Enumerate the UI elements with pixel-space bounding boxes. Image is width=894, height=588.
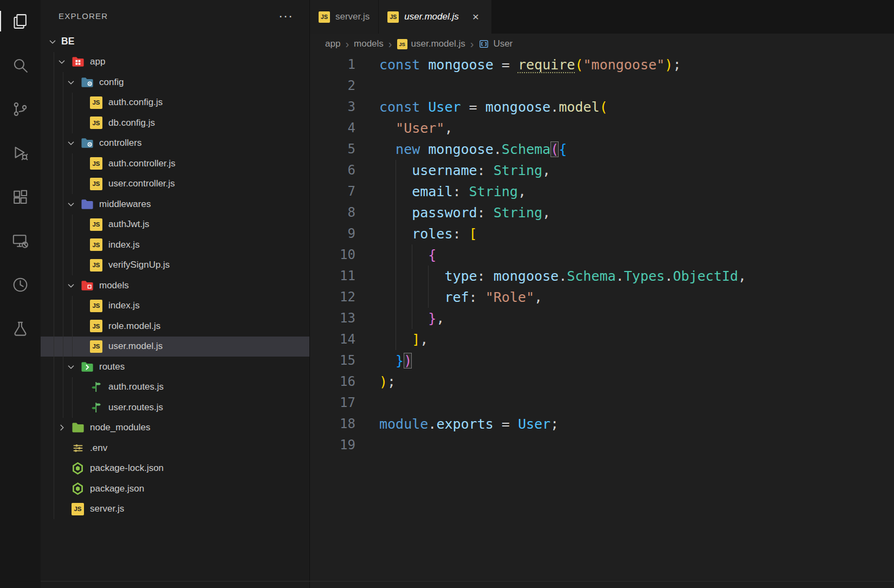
- code-line[interactable]: 5new mongoose.Schema({: [310, 139, 894, 160]
- chevron-down-icon[interactable]: [56, 56, 70, 67]
- code-line[interactable]: 1const mongoose = require("mongoose");: [310, 54, 894, 75]
- tree-item-auth-controller-js[interactable]: JSauth.controller.js: [41, 153, 309, 174]
- code-line[interactable]: 2: [310, 75, 894, 96]
- tab-server-js[interactable]: JSserver.js: [310, 0, 379, 34]
- source-control-icon[interactable]: [0, 96, 41, 121]
- indent-guide: [379, 287, 396, 308]
- code-line[interactable]: 10{: [310, 244, 894, 266]
- code-line[interactable]: 8password: String,: [310, 202, 894, 223]
- code-line[interactable]: 19: [310, 435, 894, 456]
- folder-routes-icon: [80, 359, 94, 374]
- code-line[interactable]: 17: [310, 392, 894, 413]
- indent-guide: [379, 266, 396, 287]
- code-token: }: [428, 311, 436, 326]
- tree-item-label: package-lock.json: [90, 463, 164, 474]
- breadcrumb: app›models›JSuser.model.js›User: [310, 34, 894, 54]
- tree-item-user-controller-js[interactable]: JSuser.controller.js: [41, 174, 309, 195]
- code-token: ): [665, 57, 673, 73]
- breadcrumb-separator-icon: ›: [470, 38, 474, 50]
- tree-item-authjwt-js[interactable]: JSauthJwt.js: [41, 215, 309, 235]
- timeline-icon[interactable]: [0, 272, 41, 297]
- tree-item-auth-routes-js[interactable]: auth.routes.js: [41, 377, 309, 398]
- code-line-content: ],: [379, 329, 428, 350]
- routes-icon: [89, 380, 103, 395]
- indent-guide: [396, 223, 412, 244]
- tab-user-model-js[interactable]: JSuser.model.js×: [379, 0, 491, 34]
- close-icon[interactable]: ×: [469, 10, 483, 24]
- code-line[interactable]: 14],: [310, 329, 894, 350]
- code-editor[interactable]: 1const mongoose = require("mongoose");23…: [310, 54, 894, 588]
- code-line[interactable]: 7email: String,: [310, 181, 894, 202]
- tree-item-role-model-js[interactable]: JSrole.model.js: [41, 316, 309, 337]
- code-line[interactable]: 18module.exports = User;: [310, 413, 894, 435]
- line-number: 7: [310, 181, 355, 202]
- chevron-down-icon[interactable]: [66, 199, 80, 210]
- chevron-right-icon[interactable]: [56, 422, 70, 433]
- breadcrumb-item-user[interactable]: User: [478, 38, 513, 49]
- code-line[interactable]: 13},: [310, 308, 894, 329]
- chevron-down-icon[interactable]: [66, 77, 80, 88]
- tree-item-env[interactable]: .env: [41, 438, 309, 458]
- tree-item-label: config: [99, 77, 124, 88]
- code-token: Schema: [567, 268, 616, 284]
- remote-explorer-icon[interactable]: [0, 228, 41, 253]
- tree-item-user-routes-js[interactable]: user.routes.js: [41, 397, 309, 418]
- folder-node-modules-icon: [70, 421, 85, 435]
- tree-item-package-json[interactable]: package.json: [41, 479, 309, 499]
- code-token: Types: [624, 268, 665, 284]
- chevron-down-icon[interactable]: [66, 138, 80, 148]
- tree-item-config[interactable]: config: [41, 72, 309, 93]
- code-line-content: ref: "Role",: [379, 287, 542, 308]
- line-number: 15: [310, 350, 355, 371]
- code-line[interactable]: 12ref: "Role",: [310, 287, 894, 308]
- tree-item-index-js[interactable]: JSindex.js: [41, 296, 309, 316]
- run-and-debug-icon[interactable]: [0, 140, 41, 165]
- indent-guide: [428, 287, 444, 308]
- tree-item-package-lock-json[interactable]: package-lock.json: [41, 458, 309, 479]
- tree-indent-guide: [72, 153, 73, 194]
- code-line[interactable]: 3const User = mongoose.model(: [310, 96, 894, 118]
- chevron-down-icon[interactable]: [47, 36, 61, 47]
- search-icon[interactable]: [0, 53, 41, 77]
- tree-item-user-model-js[interactable]: JSuser.model.js: [41, 337, 309, 357]
- code-line[interactable]: 11type: mongoose.Schema.Types.ObjectId,: [310, 266, 894, 287]
- tree-item-node-modules[interactable]: node_modules: [41, 418, 309, 438]
- code-token: ObjectId: [673, 268, 738, 284]
- code-token: String: [494, 163, 542, 178]
- code-token: User: [428, 99, 461, 115]
- tree-item-db-config-js[interactable]: JSdb.config.js: [41, 113, 309, 133]
- tab-bar-empty-space: [492, 0, 894, 34]
- line-number: 6: [310, 160, 355, 181]
- tree-item-app[interactable]: app: [41, 52, 309, 73]
- tree-item-verifysignup-js[interactable]: JSverifySignUp.js: [41, 255, 309, 276]
- line-number: 19: [310, 435, 355, 456]
- tree-item-auth-config-js[interactable]: JSauth.config.js: [41, 93, 309, 113]
- tree-item-controllers[interactable]: controllers: [41, 133, 309, 154]
- code-line[interactable]: 4"User",: [310, 118, 894, 139]
- explorer-icon[interactable]: [0, 9, 41, 34]
- code-line[interactable]: 6username: String,: [310, 160, 894, 181]
- breadcrumb-item-app[interactable]: app: [325, 38, 340, 49]
- tree-root-be[interactable]: BE: [41, 31, 309, 52]
- tree-item-index-js[interactable]: JSindex.js: [41, 235, 309, 255]
- testing-icon[interactable]: [0, 316, 41, 341]
- indent-guide: [379, 223, 396, 244]
- breadcrumb-item-user-model-js[interactable]: JSuser.model.js: [397, 38, 465, 49]
- code-token: [: [469, 226, 477, 242]
- breadcrumb-label: user.model.js: [411, 38, 465, 49]
- tree-indent-guide: [54, 52, 54, 520]
- tree-item-routes[interactable]: routes: [41, 357, 309, 377]
- tree-indent-guide: [72, 93, 73, 133]
- tree-item-server-js[interactable]: JSserver.js: [41, 499, 309, 520]
- extensions-icon[interactable]: [0, 184, 41, 209]
- chevron-down-icon[interactable]: [66, 280, 80, 291]
- chevron-down-icon[interactable]: [66, 361, 80, 372]
- code-line[interactable]: 15}): [310, 350, 894, 371]
- tree-item-models[interactable]: models: [41, 275, 309, 296]
- code-token: =: [494, 57, 518, 73]
- code-line[interactable]: 16);: [310, 371, 894, 392]
- tree-item-middlewares[interactable]: middlewares: [41, 194, 309, 215]
- more-actions-icon[interactable]: ···: [278, 12, 293, 20]
- breadcrumb-item-models[interactable]: models: [354, 38, 384, 49]
- code-line[interactable]: 9roles: [: [310, 223, 894, 244]
